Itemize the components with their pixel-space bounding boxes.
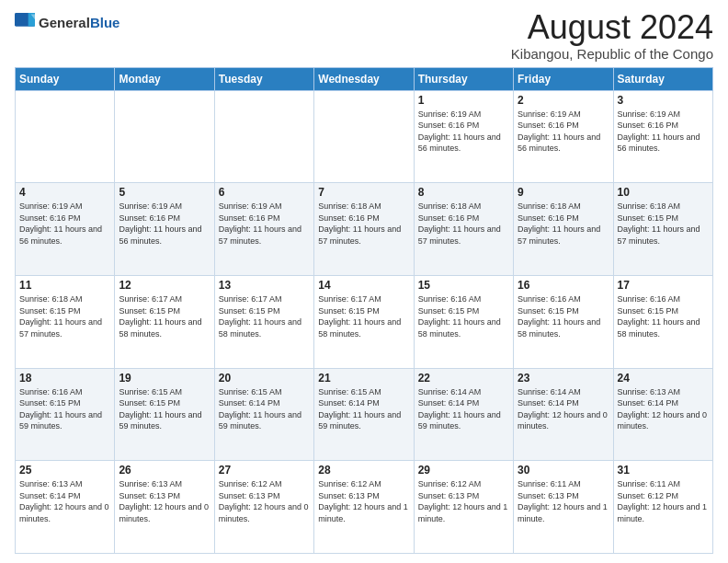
day-cell-0-5: 2Sunrise: 6:19 AM Sunset: 6:16 PM Daylig…	[514, 90, 613, 183]
day-number: 4	[19, 186, 110, 199]
page-subtitle: Kibangou, Republic of the Congo	[511, 46, 713, 62]
day-number: 31	[618, 464, 709, 477]
day-cell-3-4: 22Sunrise: 6:14 AM Sunset: 6:14 PM Dayli…	[414, 368, 513, 461]
day-number: 12	[119, 279, 210, 292]
day-cell-0-0	[16, 90, 115, 183]
day-info: Sunrise: 6:11 AM Sunset: 6:12 PM Dayligh…	[618, 478, 709, 524]
page-title: August 2024	[511, 9, 713, 46]
day-number: 16	[518, 279, 609, 292]
header-sunday: Sunday	[16, 67, 115, 90]
day-info: Sunrise: 6:13 AM Sunset: 6:14 PM Dayligh…	[19, 478, 110, 524]
day-info: Sunrise: 6:19 AM Sunset: 6:16 PM Dayligh…	[518, 109, 609, 155]
day-cell-2-3: 14Sunrise: 6:17 AM Sunset: 6:15 PM Dayli…	[314, 275, 414, 368]
day-number: 28	[318, 464, 409, 477]
day-cell-4-2: 27Sunrise: 6:12 AM Sunset: 6:13 PM Dayli…	[214, 461, 313, 554]
day-info: Sunrise: 6:18 AM Sunset: 6:15 PM Dayligh…	[19, 293, 110, 339]
day-cell-4-1: 26Sunrise: 6:13 AM Sunset: 6:13 PM Dayli…	[115, 461, 214, 554]
day-info: Sunrise: 6:18 AM Sunset: 6:16 PM Dayligh…	[418, 201, 509, 247]
day-info: Sunrise: 6:14 AM Sunset: 6:14 PM Dayligh…	[418, 386, 509, 432]
day-info: Sunrise: 6:18 AM Sunset: 6:16 PM Dayligh…	[518, 201, 609, 247]
day-info: Sunrise: 6:12 AM Sunset: 6:13 PM Dayligh…	[318, 478, 409, 524]
day-cell-3-5: 23Sunrise: 6:14 AM Sunset: 6:14 PM Dayli…	[514, 368, 613, 461]
day-cell-2-4: 15Sunrise: 6:16 AM Sunset: 6:15 PM Dayli…	[414, 275, 513, 368]
day-info: Sunrise: 6:17 AM Sunset: 6:15 PM Dayligh…	[318, 293, 409, 339]
day-cell-1-2: 6Sunrise: 6:19 AM Sunset: 6:16 PM Daylig…	[214, 183, 313, 276]
day-info: Sunrise: 6:15 AM Sunset: 6:14 PM Dayligh…	[219, 386, 310, 432]
day-number: 30	[518, 464, 609, 477]
title-block: August 2024 Kibangou, Republic of the Co…	[511, 9, 713, 62]
day-cell-4-5: 30Sunrise: 6:11 AM Sunset: 6:13 PM Dayli…	[514, 461, 613, 554]
day-number: 2	[518, 94, 609, 107]
header-wednesday: Wednesday	[314, 67, 414, 90]
day-cell-3-0: 18Sunrise: 6:16 AM Sunset: 6:15 PM Dayli…	[16, 368, 115, 461]
day-info: Sunrise: 6:18 AM Sunset: 6:16 PM Dayligh…	[318, 201, 409, 247]
day-number: 29	[418, 464, 509, 477]
day-cell-2-0: 11Sunrise: 6:18 AM Sunset: 6:15 PM Dayli…	[16, 275, 115, 368]
day-number: 18	[19, 372, 110, 385]
day-cell-3-2: 20Sunrise: 6:15 AM Sunset: 6:14 PM Dayli…	[214, 368, 313, 461]
day-info: Sunrise: 6:12 AM Sunset: 6:13 PM Dayligh…	[418, 478, 509, 524]
day-info: Sunrise: 6:16 AM Sunset: 6:15 PM Dayligh…	[19, 386, 110, 432]
header: GeneralBlue August 2024 Kibangou, Republ…	[15, 9, 713, 62]
day-info: Sunrise: 6:12 AM Sunset: 6:13 PM Dayligh…	[219, 478, 310, 524]
logo: GeneralBlue	[15, 13, 119, 33]
day-cell-0-4: 1Sunrise: 6:19 AM Sunset: 6:16 PM Daylig…	[414, 90, 513, 183]
day-cell-4-4: 29Sunrise: 6:12 AM Sunset: 6:13 PM Dayli…	[414, 461, 513, 554]
day-number: 8	[418, 186, 509, 199]
day-number: 3	[618, 94, 709, 107]
day-number: 17	[618, 279, 709, 292]
day-number: 19	[119, 372, 210, 385]
day-number: 7	[318, 186, 409, 199]
week-row-5: 25Sunrise: 6:13 AM Sunset: 6:14 PM Dayli…	[16, 461, 713, 554]
day-cell-2-1: 12Sunrise: 6:17 AM Sunset: 6:15 PM Dayli…	[115, 275, 214, 368]
day-number: 23	[518, 372, 609, 385]
day-number: 13	[219, 279, 310, 292]
day-cell-3-1: 19Sunrise: 6:15 AM Sunset: 6:15 PM Dayli…	[115, 368, 214, 461]
day-info: Sunrise: 6:16 AM Sunset: 6:15 PM Dayligh…	[518, 293, 609, 339]
day-number: 22	[418, 372, 509, 385]
day-number: 10	[618, 186, 709, 199]
day-cell-1-0: 4Sunrise: 6:19 AM Sunset: 6:16 PM Daylig…	[16, 183, 115, 276]
day-cell-0-3	[314, 90, 414, 183]
day-number: 26	[119, 464, 210, 477]
day-number: 14	[318, 279, 409, 292]
header-friday: Friday	[514, 67, 613, 90]
day-cell-4-6: 31Sunrise: 6:11 AM Sunset: 6:12 PM Dayli…	[613, 461, 712, 554]
header-thursday: Thursday	[414, 67, 513, 90]
logo-general: General	[39, 15, 90, 30]
day-info: Sunrise: 6:13 AM Sunset: 6:13 PM Dayligh…	[119, 478, 210, 524]
day-cell-1-1: 5Sunrise: 6:19 AM Sunset: 6:16 PM Daylig…	[115, 183, 214, 276]
day-number: 6	[219, 186, 310, 199]
day-cell-1-4: 8Sunrise: 6:18 AM Sunset: 6:16 PM Daylig…	[414, 183, 513, 276]
day-info: Sunrise: 6:19 AM Sunset: 6:16 PM Dayligh…	[219, 201, 310, 247]
day-cell-2-5: 16Sunrise: 6:16 AM Sunset: 6:15 PM Dayli…	[514, 275, 613, 368]
day-cell-3-6: 24Sunrise: 6:13 AM Sunset: 6:14 PM Dayli…	[613, 368, 712, 461]
day-cell-1-3: 7Sunrise: 6:18 AM Sunset: 6:16 PM Daylig…	[314, 183, 414, 276]
day-number: 5	[119, 186, 210, 199]
header-monday: Monday	[115, 67, 214, 90]
day-cell-0-6: 3Sunrise: 6:19 AM Sunset: 6:16 PM Daylig…	[613, 90, 712, 183]
day-info: Sunrise: 6:15 AM Sunset: 6:14 PM Dayligh…	[318, 386, 409, 432]
day-number: 27	[219, 464, 310, 477]
day-cell-0-2	[214, 90, 313, 183]
day-info: Sunrise: 6:19 AM Sunset: 6:16 PM Dayligh…	[618, 109, 709, 155]
day-number: 11	[19, 279, 110, 292]
week-row-3: 11Sunrise: 6:18 AM Sunset: 6:15 PM Dayli…	[16, 275, 713, 368]
day-number: 24	[618, 372, 709, 385]
logo-icon	[15, 13, 35, 33]
day-info: Sunrise: 6:14 AM Sunset: 6:14 PM Dayligh…	[518, 386, 609, 432]
day-cell-1-6: 10Sunrise: 6:18 AM Sunset: 6:15 PM Dayli…	[613, 183, 712, 276]
weekday-header-row: Sunday Monday Tuesday Wednesday Thursday…	[16, 67, 713, 90]
day-number: 25	[19, 464, 110, 477]
day-info: Sunrise: 6:19 AM Sunset: 6:16 PM Dayligh…	[19, 201, 110, 247]
day-cell-1-5: 9Sunrise: 6:18 AM Sunset: 6:16 PM Daylig…	[514, 183, 613, 276]
day-cell-3-3: 21Sunrise: 6:15 AM Sunset: 6:14 PM Dayli…	[314, 368, 414, 461]
calendar-table: Sunday Monday Tuesday Wednesday Thursday…	[15, 67, 713, 554]
week-row-2: 4Sunrise: 6:19 AM Sunset: 6:16 PM Daylig…	[16, 183, 713, 276]
day-info: Sunrise: 6:18 AM Sunset: 6:15 PM Dayligh…	[618, 201, 709, 247]
header-tuesday: Tuesday	[214, 67, 313, 90]
day-number: 15	[418, 279, 509, 292]
day-cell-4-3: 28Sunrise: 6:12 AM Sunset: 6:13 PM Dayli…	[314, 461, 414, 554]
week-row-4: 18Sunrise: 6:16 AM Sunset: 6:15 PM Dayli…	[16, 368, 713, 461]
day-info: Sunrise: 6:15 AM Sunset: 6:15 PM Dayligh…	[119, 386, 210, 432]
